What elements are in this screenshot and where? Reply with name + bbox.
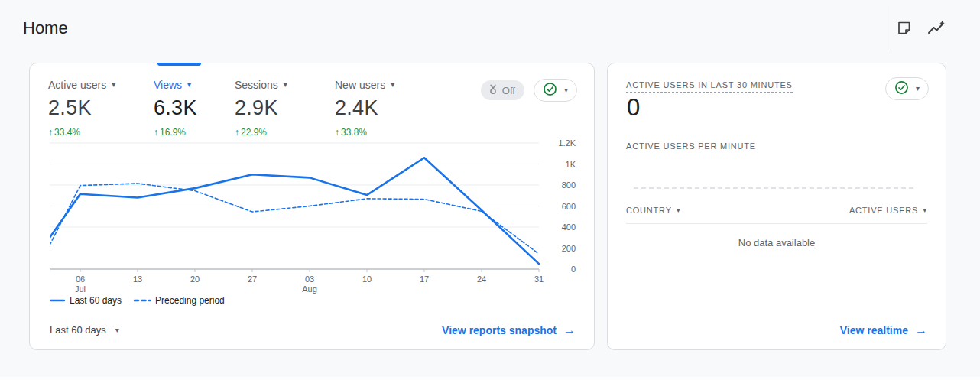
data-quality-badge[interactable]: ▾ <box>534 79 577 102</box>
legend-line-dashed-icon <box>134 295 151 306</box>
metric-delta: ↑ 33.8% <box>335 127 427 138</box>
arrow-right-icon: → <box>563 323 576 337</box>
metric-delta: ↑ 33.4% <box>48 127 154 138</box>
metric-delta: ↑ 16.9% <box>154 127 235 138</box>
realtime-table-header: COUNTRY ▾ ACTIVE USERS ▾ <box>626 206 927 224</box>
svg-text:600: 600 <box>562 202 576 211</box>
arrow-right-icon: → <box>915 323 927 337</box>
metric-label: New users <box>335 79 385 91</box>
svg-text:24: 24 <box>477 274 486 284</box>
caret-down-icon[interactable]: ▾ <box>391 81 394 89</box>
active-users-column-header[interactable]: ACTIVE USERS ▾ <box>849 206 927 215</box>
realtime-card: ACTIVE USERS IN LAST 30 MINUTES ▾ 0 ACTI… <box>607 63 946 350</box>
svg-text:400: 400 <box>562 222 576 232</box>
metric-tab-sessions[interactable]: Sessions ▾ 2.9K ↑ 22.9% <box>235 79 335 138</box>
trend-chart-svg: 02004006008001K1.2K06Jul13202703Aug10172… <box>50 140 577 295</box>
svg-text:800: 800 <box>562 180 576 190</box>
metric-tab-active-users[interactable]: Active users ▾ 2.5K ↑ 33.4% <box>48 79 154 138</box>
metric-label: Sessions <box>235 79 278 91</box>
legend-line-solid-icon <box>50 295 65 306</box>
metrics-card: Active users ▾ 2.5K ↑ 33.4% Views ▾ 6.3K… <box>29 63 595 350</box>
caret-down-icon: ▾ <box>916 85 920 93</box>
view-reports-snapshot-link[interactable]: View reports snapshot → <box>442 323 576 337</box>
empty-state-text: No data available <box>608 237 946 248</box>
metric-tab-views[interactable]: Views ▾ 6.3K ↑ 16.9% <box>154 79 235 138</box>
page-title: Home <box>23 18 68 38</box>
svg-text:10: 10 <box>362 274 372 284</box>
benchmarking-state-label: Off <box>502 85 515 96</box>
svg-text:03: 03 <box>305 274 314 284</box>
svg-text:1.2K: 1.2K <box>558 140 576 148</box>
caret-down-icon: ▾ <box>115 326 119 334</box>
svg-text:0: 0 <box>571 265 576 274</box>
view-realtime-link[interactable]: View realtime → <box>840 323 927 337</box>
selected-metric-tab-indicator <box>157 63 201 66</box>
metric-tabs: Active users ▾ 2.5K ↑ 33.4% Views ▾ 6.3K… <box>48 79 427 138</box>
caret-down-icon: ▾ <box>677 206 681 214</box>
metric-value: 2.9K <box>235 96 335 120</box>
up-arrow-icon: ↑ <box>335 127 339 138</box>
note-icon <box>896 20 912 39</box>
caret-down-icon[interactable]: ▾ <box>284 81 287 89</box>
metric-value: 6.3K <box>154 96 235 120</box>
metric-tab-new-users[interactable]: New users ▾ 2.4K ↑ 33.8% <box>335 79 427 138</box>
country-column-header[interactable]: COUNTRY ▾ <box>626 206 681 215</box>
svg-text:Aug: Aug <box>302 284 317 294</box>
bottom-strip <box>0 377 980 380</box>
metric-value: 2.4K <box>335 96 427 120</box>
check-circle-icon <box>543 82 557 99</box>
insights-icon <box>927 20 945 39</box>
svg-text:Jul: Jul <box>75 284 86 294</box>
chart-legend: Last 60 days Preceding period <box>50 295 225 306</box>
legend-item-last-60-days: Last 60 days <box>50 295 122 306</box>
date-range-selector[interactable]: Last 60 days ▾ <box>50 324 119 336</box>
caret-down-icon[interactable]: ▾ <box>187 81 191 89</box>
realtime-active-users-value: 0 <box>627 94 640 122</box>
svg-text:27: 27 <box>248 274 257 284</box>
realtime-title[interactable]: ACTIVE USERS IN LAST 30 MINUTES <box>626 80 793 93</box>
metric-label: Active users <box>48 79 106 91</box>
up-arrow-icon: ↑ <box>48 127 53 138</box>
header-divider <box>888 6 888 50</box>
svg-text:20: 20 <box>190 274 200 284</box>
notes-button[interactable] <box>894 20 913 38</box>
metric-delta: ↑ 22.9% <box>235 127 335 138</box>
insights-button[interactable] <box>926 20 945 38</box>
up-arrow-icon: ↑ <box>235 127 239 138</box>
up-arrow-icon: ↑ <box>154 127 158 138</box>
data-quality-badge[interactable]: ▾ <box>885 77 929 100</box>
caret-down-icon: ▾ <box>564 86 568 94</box>
per-minute-chart-baseline <box>634 187 913 189</box>
metrics-card-controls: Off ▾ <box>481 79 577 102</box>
caret-down-icon: ▾ <box>923 206 927 214</box>
svg-text:200: 200 <box>562 244 576 253</box>
svg-text:17: 17 <box>420 274 429 284</box>
svg-text:06: 06 <box>76 274 85 284</box>
realtime-card-controls: ▾ <box>885 77 929 100</box>
svg-text:1K: 1K <box>566 160 576 169</box>
per-minute-label: ACTIVE USERS PER MINUTE <box>626 141 756 151</box>
legend-item-preceding-period: Preceding period <box>134 295 225 306</box>
header-actions <box>894 20 945 38</box>
benchmarking-toggle[interactable]: Off <box>481 80 524 100</box>
metric-label: Views <box>154 79 182 91</box>
metric-value: 2.5K <box>48 96 154 120</box>
check-circle-icon <box>894 80 909 98</box>
trend-chart[interactable]: 02004006008001K1.2K06Jul13202703Aug10172… <box>50 140 577 298</box>
svg-text:13: 13 <box>133 274 142 284</box>
caret-down-icon[interactable]: ▾ <box>112 81 115 89</box>
medal-icon <box>488 84 498 97</box>
svg-text:31: 31 <box>534 274 544 284</box>
